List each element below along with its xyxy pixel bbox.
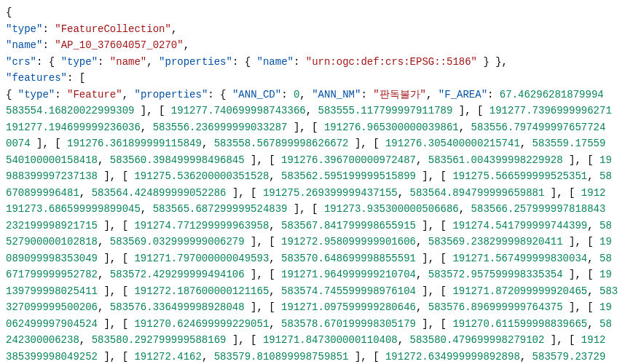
json-number: 191273.686599999899045 [6,203,141,215]
json-punct: ], [ [416,285,452,297]
json-number: 139799998025411 [6,285,98,297]
json-number: 385399998049252 [6,351,98,363]
json-key: "properties" [134,89,208,100]
json-number: 191277.194699999236036 [6,122,141,133]
json-punct: , [459,203,471,215]
json-number: 583580.292799999588169 [92,334,227,346]
json-line: 670899996481, 583564.424899999052286 ], … [6,185,627,202]
json-punct: , [269,220,281,232]
json-number: 191275.566599999525351 [452,170,587,182]
json-punct: ], [ [349,351,385,363]
json-punct: ], [ [544,334,581,346]
json-number: 191276.965300000039861 [324,122,459,133]
json-number: 583562.595199999515899 [281,170,416,182]
json-number: 191272.187600000121165 [134,285,269,297]
json-punct: { [6,7,12,18]
json-punct: : [294,56,306,68]
json-punct: ], [ [563,301,599,313]
json-number: 19 [599,301,612,313]
json-number: 242300006238 [6,334,79,346]
json-line: 0074 ], [ 191276.361899999115849, 583558… [6,135,627,152]
json-key: "F_AREA" [439,89,487,100]
json-punct: : { [36,56,61,68]
json-punct: , [416,269,428,280]
json-number: 583 [599,285,618,297]
json-number: 191270.624699999229051 [134,318,269,330]
json-number: 583558.567899998626672 [214,138,349,149]
json-punct: ], [ [416,220,452,232]
json-number: 583560.398499998496845 [110,154,245,166]
json-number: 191272.4162 [134,351,201,363]
json-key: "properties" [159,56,232,68]
json-number: 583578.670199998305179 [281,318,416,330]
json-punct: : { [232,56,257,68]
json-key: "ANN_CD" [232,89,281,100]
json-punct: ], [ [245,236,281,248]
json-punct: ], [ [288,122,324,133]
json-punct: ], [ [98,253,134,264]
json-number: 988399997237138 [6,170,98,182]
json-punct: ], [ [245,154,281,166]
json-punct: , [587,220,599,232]
json-number: 583559.17559 [532,138,606,149]
json-key: "crs" [6,56,36,68]
json-punct: : [361,89,373,100]
json-number: 583569.032999999006279 [110,236,245,248]
json-line: 327099999500206, 583576.336499998928048 … [6,299,627,316]
json-punct: , [202,351,214,363]
json-number: 0074 [6,138,31,149]
json-number: 671799999952782 [6,269,98,280]
json-punct: ], [ [288,203,324,215]
json-punct: , [306,105,318,116]
json-number: 583572.957599998335354 [428,269,563,280]
json-punct: } }, [477,56,508,68]
json-punct: : [487,89,500,100]
json-line: 232199998921715 ], [ 191274.771299999963… [6,218,627,234]
json-number: 191275.536200000351528 [134,170,269,182]
json-punct: , [416,154,428,166]
json-punct: ], [ [98,220,134,232]
json-punct: ], [ [98,285,134,297]
json-punct: , [98,301,110,313]
json-line: 242300006238, 583580.292799999588169 ], … [6,332,627,349]
json-punct: , [416,236,428,248]
json-number: 583554.16820022999309 [6,105,134,116]
json-punct: , [398,334,410,346]
json-key: "ANN_NM" [312,89,361,100]
json-number: 19 [599,236,612,248]
json-string: "Feature" [67,89,122,100]
json-number: 191276.396700000972487 [281,154,416,166]
json-punct: , [426,89,439,100]
json-punct: , [587,170,599,182]
json-punct: ], [ [416,170,452,182]
json-punct: ], [ [226,187,262,199]
json-punct: , [98,154,110,166]
json-number: 191271.847300000110408 [263,334,398,346]
json-punct: ], [ [134,105,170,116]
json-punct: ], [ [452,105,489,116]
json-string: "AP_10_37604057_0270" [55,39,183,51]
json-line: "crs": { "type": "name", "properties": {… [6,54,627,71]
json-line: 583554.16820022999309 ], [ 191277.740699… [6,103,627,119]
json-number: 191272.958099999901606 [281,236,416,248]
json-line: 062499997904524 ], [ 191270.624699999229… [6,316,627,333]
json-number: 191274.541799999744399 [452,220,587,232]
json-number: 583570.648699998855591 [281,253,416,264]
json-number: 191275.269399999437155 [263,187,398,199]
json-line: "features": [ [6,70,627,87]
json-punct: ], [ [98,318,134,330]
json-number: 191277.740699998743366 [171,105,306,116]
json-punct: ], [ [98,351,134,363]
json-key: "name" [6,39,42,51]
json-number: 583556.797499997657724 [471,122,606,133]
json-line: "name": "AP_10_37604057_0270", [6,37,627,54]
json-line: { [6,4,627,21]
json-punct: : [42,23,55,35]
json-number: 670899996481 [6,187,79,199]
json-number: 583572.429299999494106 [110,269,245,280]
json-punct: ], [ [563,236,599,248]
json-punct: , [520,351,532,363]
json-number: 67.46296281879994 [500,89,604,100]
json-punct: , [587,318,599,330]
json-number: 583565.687299999524839 [153,203,288,215]
